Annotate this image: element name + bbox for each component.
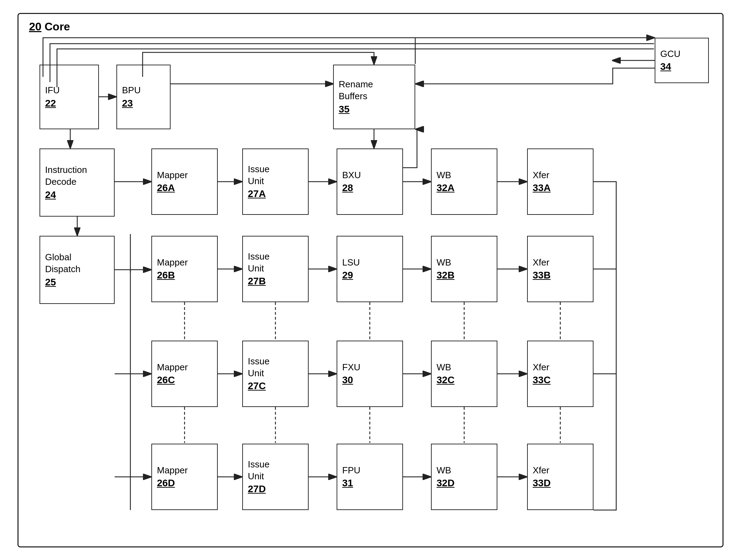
box-gd: Global Dispatch 25	[39, 236, 115, 304]
wb-a-num: 32A	[437, 182, 454, 194]
fpu-label: FPU	[342, 465, 360, 477]
box-wb-b: WB 32B	[431, 236, 497, 302]
box-gcu: GCU 34	[655, 38, 709, 83]
box-fxu: FXU 30	[337, 341, 403, 407]
bxu-label: BXU	[342, 169, 361, 181]
rename-label1: Rename	[339, 79, 373, 90]
wb-d-num: 32D	[437, 478, 454, 489]
gd-label1: Global	[45, 252, 71, 263]
xfer-d-label: Xfer	[533, 465, 549, 477]
fpu-num: 31	[342, 478, 353, 489]
box-bxu: BXU 28	[337, 148, 403, 215]
wb-d-label: WB	[437, 465, 451, 477]
xfer-right-bus	[593, 182, 616, 510]
fxu-label: FXU	[342, 362, 360, 373]
box-mapper-c: Mapper 26C	[151, 341, 218, 407]
mapper-c-label: Mapper	[157, 362, 188, 373]
lsu-label: LSU	[342, 257, 360, 269]
ifu-label: IFU	[45, 85, 60, 96]
gcu-num: 34	[660, 61, 671, 72]
xfer-b-num: 33B	[533, 270, 551, 281]
wb-c-label: WB	[437, 362, 451, 373]
xfer-a-num: 33A	[533, 182, 551, 194]
issue-c-label1: Issue	[248, 356, 269, 368]
issue-c-num: 27C	[248, 380, 266, 392]
box-id: Instruction Decode 24	[39, 148, 115, 217]
mapper-d-num: 26D	[157, 478, 175, 489]
title-num: 20	[29, 20, 42, 33]
wb-a-label: WB	[437, 169, 451, 181]
box-fpu: FPU 31	[337, 444, 403, 510]
bxu-num: 28	[342, 182, 353, 194]
mapper-d-label: Mapper	[157, 465, 188, 477]
box-wb-a: WB 32A	[431, 148, 497, 215]
rename-num: 35	[339, 104, 350, 115]
arrow-gcu-rename	[416, 68, 655, 84]
box-xfer-b: Xfer 33B	[527, 236, 593, 302]
issue-b-label2: Unit	[248, 263, 264, 275]
box-issue-c: Issue Unit 27C	[242, 341, 309, 407]
title-label: Core	[44, 20, 70, 33]
box-rename: Rename Buffers 35	[333, 65, 415, 129]
box-mapper-b: Mapper 26B	[151, 236, 218, 302]
issue-a-label2: Unit	[248, 175, 264, 187]
issue-c-label2: Unit	[248, 368, 264, 379]
mapper-a-num: 26A	[157, 182, 175, 194]
box-xfer-c: Xfer 33C	[527, 341, 593, 407]
issue-b-label1: Issue	[248, 251, 269, 263]
box-xfer-a: Xfer 33A	[527, 148, 593, 215]
diagram-container: 20 Core IFU 22 BPU 23 GCU 34 Rename Buff…	[17, 13, 724, 547]
xfer-c-label: Xfer	[533, 362, 549, 373]
xfer-a-label: Xfer	[533, 169, 549, 181]
box-bpu: BPU 23	[116, 65, 171, 129]
box-wb-d: WB 32D	[431, 444, 497, 510]
id-label2: Decode	[45, 176, 77, 188]
wb-b-label: WB	[437, 257, 451, 269]
box-mapper-a: Mapper 26A	[151, 148, 218, 215]
box-wb-c: WB 32C	[431, 341, 497, 407]
issue-d-num: 27D	[248, 483, 266, 495]
gd-label2: Dispatch	[45, 263, 80, 275]
box-issue-a: Issue Unit 27A	[242, 148, 309, 215]
box-issue-d: Issue Unit 27D	[242, 444, 309, 510]
xfer-b-label: Xfer	[533, 257, 549, 269]
ifu-num: 22	[45, 98, 56, 109]
box-mapper-d: Mapper 26D	[151, 444, 218, 510]
box-lsu: LSU 29	[337, 236, 403, 302]
box-issue-b: Issue Unit 27B	[242, 236, 309, 302]
arrow-bxu-rename	[403, 129, 417, 168]
fxu-num: 30	[342, 374, 353, 386]
xfer-d-num: 33D	[533, 478, 551, 489]
mapper-c-num: 26C	[157, 374, 175, 386]
issue-b-num: 27B	[248, 276, 266, 287]
mapper-b-label: Mapper	[157, 257, 188, 269]
mapper-a-label: Mapper	[157, 169, 188, 181]
id-num: 24	[45, 189, 56, 201]
wb-c-num: 32C	[437, 374, 454, 386]
box-xfer-d: Xfer 33D	[527, 444, 593, 510]
rename-label2: Buffers	[339, 90, 367, 102]
bpu-label: BPU	[122, 85, 141, 96]
issue-d-label2: Unit	[248, 471, 264, 482]
issue-d-label1: Issue	[248, 459, 269, 471]
issue-a-label1: Issue	[248, 163, 269, 175]
mapper-b-num: 26B	[157, 270, 175, 281]
id-label1: Instruction	[45, 164, 87, 176]
gd-num: 25	[45, 277, 56, 288]
gcu-label: GCU	[660, 48, 681, 60]
issue-a-num: 27A	[248, 188, 266, 199]
xfer-c-num: 33C	[533, 374, 551, 386]
lsu-num: 29	[342, 270, 353, 281]
bpu-num: 23	[122, 98, 133, 109]
title: 20 Core	[29, 20, 70, 33]
box-ifu: IFU 22	[39, 65, 99, 129]
wb-b-num: 32B	[437, 270, 454, 281]
